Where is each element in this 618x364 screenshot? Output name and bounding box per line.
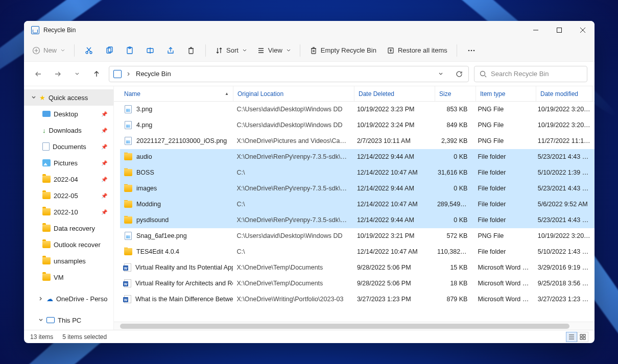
sidebar-item[interactable]: unsamples	[24, 253, 113, 269]
more-button[interactable]	[462, 42, 481, 59]
copy-button[interactable]	[100, 42, 118, 59]
cell-date-modified: 3/29/2016 9:19 PM	[534, 264, 595, 271]
table-row[interactable]: audioX:\OneDrive\RenPy\renpy-7.3.5-sdk\g…	[120, 149, 595, 165]
table-row[interactable]: TES4Edit 4.0.4C:\12/14/2022 10:47 AM110,…	[120, 244, 595, 260]
sidebar-item[interactable]: 2022-10📌	[24, 204, 113, 220]
sidebar-item-label: 2022-10	[54, 208, 78, 216]
minimize-button[interactable]	[524, 21, 548, 39]
table-row[interactable]: Virtual Reality for Architects and Re...…	[120, 276, 595, 292]
col-date-deleted[interactable]: Date Deleted	[354, 86, 435, 101]
cell-type: PNG File	[473, 137, 533, 144]
sidebar-item-this-pc[interactable]: This PC	[24, 312, 113, 328]
word-file-icon	[124, 279, 131, 287]
rename-button[interactable]	[141, 42, 159, 59]
cell-date-deleted: 12/14/2022 10:47 AM	[353, 169, 433, 176]
view-button[interactable]: View	[253, 42, 295, 59]
sidebar-item-quick-access[interactable]: ★ Quick access	[24, 89, 113, 106]
col-original-location[interactable]: Original Location	[233, 86, 354, 101]
col-name[interactable]: Name▲	[120, 86, 233, 101]
table-row[interactable]: ModdingC:\12/14/2022 10:47 AM289,549 KBF…	[120, 197, 595, 212]
folder-icon	[124, 153, 132, 160]
address-dropdown[interactable]	[434, 72, 448, 76]
close-button[interactable]	[571, 21, 595, 39]
cell-size: 15 KB	[433, 264, 474, 271]
sidebar-item-label: 2022-05	[54, 192, 78, 200]
thumbnails-view-button[interactable]	[577, 332, 588, 342]
sidebar-item-label: Outlook recover	[54, 241, 101, 249]
col-size[interactable]: Size	[435, 86, 476, 101]
png-file-icon	[125, 121, 132, 129]
forward-button[interactable]	[51, 67, 65, 81]
scrollbar-thumb[interactable]	[120, 324, 569, 329]
sidebar-item[interactable]: ↓Downloads📌	[24, 122, 113, 138]
maximize-button[interactable]	[548, 21, 571, 39]
cell-date-deleted: 12/14/2022 10:47 AM	[353, 201, 433, 208]
sidebar-item[interactable]: Documents📌	[24, 138, 113, 155]
sidebar-item[interactable]: Data recovery	[24, 220, 113, 236]
cell-location: X:\OneDrive\Writing\Portfolio\2023-03	[233, 296, 353, 303]
sidebar-item[interactable]: 2022-04📌	[24, 171, 113, 187]
column-headers: Name▲ Original Location Date Deleted Siz…	[114, 86, 595, 102]
table-row[interactable]: 3.pngC:\Users\david\Desktop\Windows DD10…	[120, 102, 595, 117]
details-view-button[interactable]	[566, 332, 577, 342]
cell-date-deleted: 10/19/2022 3:23 PM	[353, 106, 433, 113]
table-row[interactable]: BOSSC:\12/14/2022 10:47 AM31,616 KBFile …	[120, 165, 595, 181]
sidebar-item-onedrive[interactable]: ☁ OneDrive - Perso	[24, 290, 113, 307]
sidebar-item-label: Desktop	[54, 110, 78, 118]
folder-icon	[124, 185, 132, 192]
pin-icon: 📌	[101, 160, 107, 166]
search-box[interactable]	[474, 66, 587, 82]
paste-button[interactable]	[121, 42, 139, 59]
cut-button[interactable]	[80, 42, 98, 59]
download-icon: ↓	[42, 127, 46, 134]
cell-date-deleted: 9/28/2022 5:06 PM	[353, 280, 433, 287]
sidebar-item[interactable]: VM	[24, 269, 113, 285]
breadcrumb[interactable]: Recycle Bin	[136, 70, 171, 78]
table-row[interactable]: What is the Main Difference Betwe...X:\O…	[120, 292, 595, 307]
cell-name: audio	[120, 153, 233, 161]
folder-icon	[124, 201, 132, 208]
cell-type: File folder	[473, 169, 533, 176]
sidebar-item-label: Documents	[53, 143, 86, 151]
share-button[interactable]	[161, 42, 180, 59]
word-file-icon	[124, 263, 131, 272]
new-label: New	[43, 46, 57, 54]
recent-dropdown[interactable]	[70, 67, 84, 81]
table-row[interactable]: 20221127_221103000_iOS.pngX:\OneDrive\Pi…	[120, 133, 595, 149]
address-bar[interactable]: Recycle Bin	[109, 66, 469, 82]
file-list[interactable]: 3.pngC:\Users\david\Desktop\Windows DD10…	[114, 102, 595, 322]
table-row[interactable]: Virtual Reality and Its Potential App...…	[120, 260, 595, 276]
table-row[interactable]: pysdlsoundX:\OneDrive\RenPy\renpy-7.3.5-…	[120, 212, 595, 228]
nav-sidebar[interactable]: ★ Quick access Desktop📌↓Downloads📌Docume…	[24, 86, 114, 330]
restore-all-button[interactable]: Restore all items	[383, 42, 451, 59]
refresh-button[interactable]	[452, 70, 466, 78]
png-file-icon	[125, 105, 132, 113]
sidebar-item[interactable]: Desktop📌	[24, 106, 113, 122]
sidebar-item[interactable]: 2022-05📌	[24, 187, 113, 204]
search-input[interactable]	[491, 70, 582, 78]
cell-size: 849 KB	[433, 122, 474, 129]
col-item-type[interactable]: Item type	[476, 86, 536, 101]
sidebar-item-label: Downloads	[49, 127, 82, 134]
cell-date-deleted: 12/14/2022 9:44 AM	[353, 153, 433, 160]
search-icon	[480, 70, 487, 78]
horizontal-scrollbar[interactable]	[114, 322, 595, 330]
up-button[interactable]	[89, 67, 104, 81]
svg-point-32	[481, 71, 485, 76]
chevron-right-icon	[38, 297, 43, 301]
cell-date-deleted: 12/14/2022 10:47 AM	[353, 248, 433, 255]
titlebar[interactable]: Recycle Bin	[24, 21, 595, 39]
delete-button[interactable]	[182, 42, 200, 59]
sort-button[interactable]: Sort	[211, 42, 251, 59]
col-date-modified[interactable]: Date modified	[536, 86, 592, 101]
table-row[interactable]: 4.pngC:\Users\david\Desktop\Windows DD10…	[120, 117, 595, 133]
sidebar-item[interactable]: Outlook recover	[24, 236, 113, 253]
back-button[interactable]	[31, 67, 45, 81]
sidebar-item[interactable]: Pictures📌	[24, 155, 113, 171]
table-row[interactable]: imagesX:\OneDrive\RenPy\renpy-7.3.5-sdk\…	[120, 181, 595, 197]
cell-date-deleted: 2/7/2023 10:11 AM	[353, 137, 433, 144]
table-row[interactable]: Snag_6af1ee.pngC:\Users\david\Desktop\Wi…	[120, 228, 595, 244]
new-button[interactable]: New	[28, 42, 69, 59]
empty-recycle-bin-button[interactable]: Empty Recycle Bin	[305, 42, 381, 59]
png-file-icon	[125, 137, 132, 145]
